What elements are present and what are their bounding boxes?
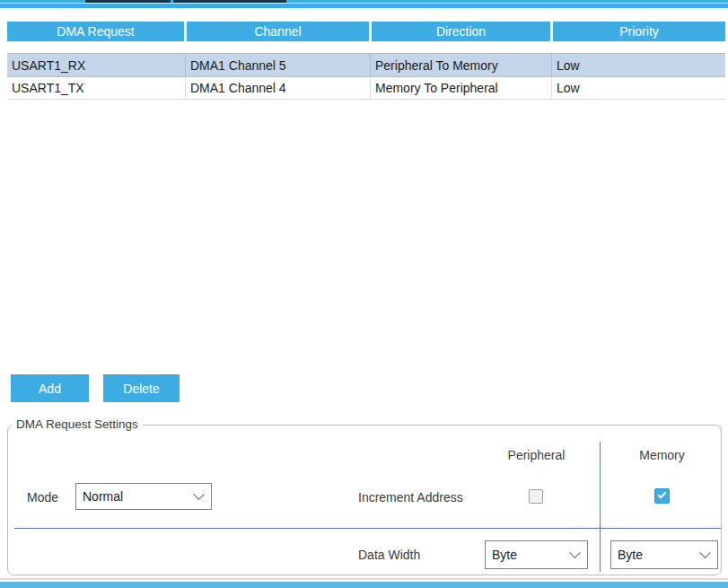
data-width-memory-value: Byte [618, 548, 643, 562]
data-width-label: Data Width [358, 548, 420, 562]
table-row-usart1-rx[interactable]: USART1_RX DMA1 Channel 5 Peripheral To M… [7, 53, 725, 77]
dma-configuration-panel: DMA Request Channel Direction Priority U… [0, 0, 728, 588]
increment-peripheral-checkbox[interactable] [529, 489, 543, 504]
cell-channel[interactable]: DMA1 Channel 4 [185, 77, 370, 99]
settings-row-divider [14, 528, 721, 529]
cell-channel[interactable]: DMA1 Channel 5 [185, 54, 370, 76]
check-icon [658, 490, 667, 499]
top-strip [0, 0, 728, 3]
column-header-priority: Priority [553, 22, 725, 41]
add-button[interactable]: Add [11, 374, 89, 402]
chevron-down-icon [193, 488, 205, 500]
data-width-memory-select[interactable]: Byte [610, 540, 718, 569]
cell-dma-request[interactable]: USART1_RX [7, 54, 185, 76]
mode-select[interactable]: Normal [75, 483, 212, 510]
groupbox-title: DMA Request Settings [12, 417, 143, 431]
cell-dma-request[interactable]: USART1_TX [7, 77, 185, 99]
bottom-accent-bar [0, 582, 728, 588]
column-header-channel: Channel [187, 22, 369, 41]
mode-label: Mode [27, 490, 58, 505]
data-width-peripheral-select[interactable]: Byte [485, 540, 588, 569]
increment-memory-checkbox[interactable] [654, 488, 670, 504]
cell-priority[interactable]: Low [551, 77, 725, 99]
bottom-divider [0, 578, 728, 580]
delete-button[interactable]: Delete [103, 374, 180, 402]
chevron-down-icon [699, 547, 711, 558]
mode-select-value: Normal [83, 489, 123, 504]
top-accent-bar [0, 4, 728, 8]
cell-direction[interactable]: Memory To Peripheral [370, 77, 551, 99]
column-header-dma-request: DMA Request [7, 22, 184, 41]
tab-edge-remnant [85, 0, 171, 3]
peripheral-memory-divider [600, 442, 601, 572]
dma-table-header: DMA Request Channel Direction Priority [7, 22, 725, 41]
dma-table-body: USART1_RX DMA1 Channel 5 Peripheral To M… [7, 53, 725, 100]
data-width-peripheral-value: Byte [492, 548, 517, 562]
memory-column-header: Memory [610, 448, 714, 462]
cell-priority[interactable]: Low [551, 54, 725, 76]
chevron-down-icon [569, 547, 581, 558]
tab-edge-remnant [173, 0, 286, 3]
column-header-direction: Direction [372, 22, 550, 41]
peripheral-column-header: Peripheral [485, 448, 588, 462]
table-row-usart1-tx[interactable]: USART1_TX DMA1 Channel 4 Memory To Perip… [7, 77, 725, 100]
increment-address-label: Increment Address [358, 490, 463, 505]
cell-direction[interactable]: Peripheral To Memory [370, 54, 551, 76]
